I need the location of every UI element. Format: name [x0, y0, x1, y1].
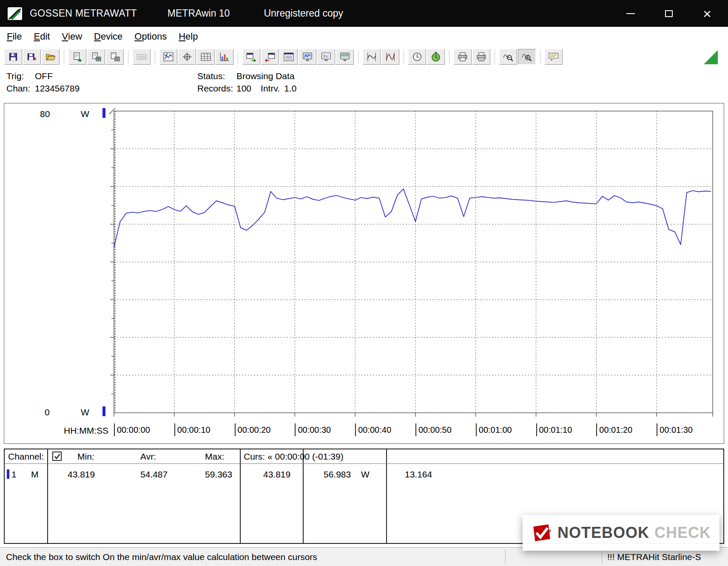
license-label: Unregistered copy: [264, 8, 343, 19]
status-line: Status:Browsing Data: [197, 70, 295, 82]
svg-text:1010: 1010: [138, 55, 145, 59]
wave-small-icon: [366, 51, 378, 62]
close-button[interactable]: ×: [697, 5, 717, 23]
max-col-header: Max:: [205, 452, 225, 462]
app-title: METRAwin 10: [168, 8, 230, 19]
toolbar-separator: [128, 50, 128, 64]
table-view-button[interactable]: [197, 49, 215, 65]
toolbar: M1010f(x): [0, 46, 728, 67]
scope-view-button[interactable]: [178, 49, 196, 65]
avr-value: 54.487: [140, 469, 168, 480]
cursor-right-value: 56.983: [324, 469, 351, 480]
app-logo-icon: [7, 6, 24, 21]
toolbar-separator: [449, 50, 449, 64]
folder-open-icon: [45, 51, 57, 62]
watermark-text-light: CHECK: [654, 524, 711, 542]
svg-text:M: M: [116, 57, 119, 61]
channel-mode: M: [31, 469, 39, 480]
checkmark-icon: [54, 453, 61, 460]
x-tick-label: 00:00:40: [355, 423, 391, 436]
timer-green-icon: [430, 51, 442, 62]
channel-color-swatch-bottom: [102, 406, 105, 416]
menu-file[interactable]: File: [1, 27, 28, 46]
watermark-text-bold: NOTEBOOK: [557, 524, 649, 542]
cursor-delta-value: 13.164: [405, 469, 432, 480]
export-doc-button[interactable]: [68, 49, 86, 65]
lcd-icon: 1010: [136, 51, 148, 62]
title-bar: GOSSEN METRAWATT METRAwin 10 Unregistere…: [0, 0, 728, 27]
meter-icon: [411, 51, 423, 62]
device-monitor-button[interactable]: [336, 49, 354, 65]
channel-color-swatch-top: [102, 108, 105, 118]
toolbar-separator: [540, 50, 540, 64]
trig-label: Trig:: [6, 70, 35, 82]
chart-plot-area[interactable]: [4, 103, 724, 443]
min-col-header: Min:: [77, 452, 94, 462]
min-value: 43.819: [68, 469, 95, 480]
x-tick-label: 00:00:30: [295, 423, 331, 436]
x-tick-label: 00:00:50: [415, 423, 452, 436]
doc-device-icon: [90, 51, 102, 62]
wave-expand-button[interactable]: [381, 49, 399, 65]
open-button[interactable]: [42, 49, 60, 65]
save-data-button[interactable]: [23, 49, 41, 65]
meter-button[interactable]: [408, 49, 426, 65]
window-import-button[interactable]: [261, 49, 279, 65]
x-tick-label: 00:01:00: [476, 423, 512, 436]
menu-help[interactable]: Help: [173, 27, 204, 46]
svg-text:f(x): f(x): [323, 54, 329, 58]
channel-number: 1: [11, 469, 17, 480]
y-axis-unit-top: W: [81, 109, 89, 119]
notebookcheck-logo-icon: [531, 523, 552, 543]
zoom-out-button[interactable]: [499, 49, 517, 65]
trig-line: Trig:OFF: [6, 70, 53, 82]
doc-arrow-icon: [71, 51, 83, 62]
channel-list-button[interactable]: [280, 49, 298, 65]
minmax-checkbox[interactable]: [52, 452, 62, 461]
bargraph-view-button[interactable]: [216, 49, 233, 65]
formula-button[interactable]: f(x): [317, 49, 335, 65]
x-tick-label: 00:00:00: [114, 423, 150, 436]
window-out-icon: [245, 51, 257, 62]
menu-device[interactable]: Device: [88, 27, 128, 46]
trend-chart: 80 W 0 W HH:MM:SS 00:00:0000:00:1000:00:…: [4, 103, 724, 444]
x-tick-label: 00:01:10: [536, 423, 572, 436]
save-button[interactable]: [4, 49, 22, 65]
brand-title: GOSSEN METRAWATT: [30, 8, 137, 19]
transfer-device-button[interactable]: [87, 49, 105, 65]
print-preview-button[interactable]: [472, 49, 490, 65]
device-monitor-icon: [339, 51, 351, 62]
maximize-button[interactable]: [659, 5, 679, 23]
annotation-button[interactable]: [545, 49, 563, 65]
x-tick-label: 00:01:20: [596, 423, 632, 436]
chan-line: Chan:123456789: [6, 83, 80, 94]
fx-monitor-icon: f(x): [320, 51, 332, 62]
timer-button[interactable]: [427, 49, 445, 65]
print-button[interactable]: [454, 49, 472, 65]
window-export-button[interactable]: [242, 49, 260, 65]
wave-compress-button[interactable]: [363, 49, 381, 65]
toolbar-separator: [404, 50, 404, 64]
monitor-button[interactable]: [299, 49, 316, 65]
menu-options[interactable]: Options: [128, 27, 173, 46]
window-in-icon: [264, 51, 276, 62]
green-corner-triangle: [704, 50, 718, 64]
zoom-wave-out-icon: [502, 51, 514, 62]
transfer-memory-button[interactable]: M: [106, 49, 124, 65]
toolbar-separator: [155, 50, 155, 64]
graph-check-icon: [162, 51, 174, 62]
trend-view-button[interactable]: [159, 49, 177, 65]
crosshair-icon: [181, 51, 193, 62]
lcd-display-button[interactable]: 1010: [133, 49, 151, 65]
zoom-in-button[interactable]: [518, 49, 536, 65]
channel-col-header: Channel:: [8, 452, 44, 462]
save-arrow-icon: [26, 51, 38, 62]
cursor-left-value: 43.819: [263, 469, 290, 480]
minimize-button[interactable]: [621, 5, 640, 23]
menu-edit[interactable]: Edit: [28, 27, 56, 46]
avr-col-header: Avr:: [140, 452, 156, 462]
status-value: Browsing Data: [236, 71, 295, 81]
cursor-col-header: Curs: « 00:00:00 (-01:39): [244, 452, 344, 462]
menu-view[interactable]: View: [56, 27, 88, 46]
wave-large-icon: [384, 51, 396, 62]
